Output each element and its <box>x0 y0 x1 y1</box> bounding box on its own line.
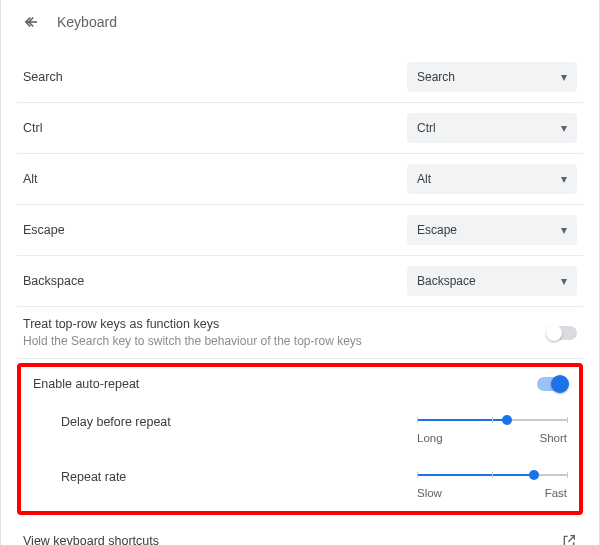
keymap-label: Alt <box>23 172 38 186</box>
slider-left-label: Long <box>417 432 443 444</box>
keymap-label: Escape <box>23 223 65 237</box>
link-label: View keyboard shortcuts <box>23 534 159 545</box>
slider-rail-active <box>417 474 534 476</box>
keymap-select-search[interactable]: Search ▾ <box>407 62 577 92</box>
delay-label: Delay before repeat <box>61 413 171 429</box>
toggle-thumb <box>546 325 562 341</box>
slider-right-label: Short <box>540 432 568 444</box>
slider-tick <box>567 417 568 423</box>
top-row-keys-row: Treat top-row keys as function keys Hold… <box>17 307 583 359</box>
slider-tick <box>567 472 568 478</box>
select-value: Search <box>417 70 455 84</box>
top-row-label: Treat top-row keys as function keys <box>23 317 362 331</box>
caret-down-icon: ▾ <box>561 274 567 288</box>
keymap-row-backspace: Backspace Backspace ▾ <box>17 256 583 307</box>
slider-tick <box>417 417 418 423</box>
rate-slider-labels: Slow Fast <box>417 487 567 499</box>
keymap-select-ctrl[interactable]: Ctrl ▾ <box>407 113 577 143</box>
keymap-row-ctrl: Ctrl Ctrl ▾ <box>17 103 583 154</box>
keymap-row-escape: Escape Escape ▾ <box>17 205 583 256</box>
back-button[interactable] <box>21 12 41 32</box>
auto-repeat-label: Enable auto-repeat <box>33 377 139 391</box>
keymap-select-escape[interactable]: Escape ▾ <box>407 215 577 245</box>
select-value: Alt <box>417 172 431 186</box>
slider-tick <box>492 472 493 478</box>
select-value: Ctrl <box>417 121 436 135</box>
caret-down-icon: ▾ <box>561 121 567 135</box>
keyboard-settings-panel: Keyboard Search Search ▾ Ctrl Ctrl ▾ Alt… <box>0 0 600 545</box>
slider-tick <box>492 417 493 423</box>
keymap-row-alt: Alt Alt ▾ <box>17 154 583 205</box>
top-row-keys-text: Treat top-row keys as function keys Hold… <box>23 317 362 348</box>
page-header: Keyboard <box>17 0 583 52</box>
slider-rail-active <box>417 419 507 421</box>
auto-repeat-row: Enable auto-repeat <box>27 371 573 401</box>
keymap-label: Backspace <box>23 274 84 288</box>
keymap-label: Ctrl <box>23 121 42 135</box>
delay-slider-labels: Long Short <box>417 432 567 444</box>
caret-down-icon: ▾ <box>561 172 567 186</box>
repeat-rate-row: Repeat rate Slow Fast <box>27 456 573 509</box>
keymap-select-backspace[interactable]: Backspace ▾ <box>407 266 577 296</box>
auto-repeat-highlight: Enable auto-repeat Delay before repeat L… <box>17 363 583 515</box>
keymap-select-alt[interactable]: Alt ▾ <box>407 164 577 194</box>
rate-label: Repeat rate <box>61 468 126 484</box>
rate-slider[interactable] <box>417 468 567 482</box>
delay-slider[interactable] <box>417 413 567 427</box>
toggle-thumb <box>551 375 569 393</box>
delay-slider-wrap: Long Short <box>417 413 567 444</box>
external-link-icon <box>561 533 577 545</box>
keymap-label: Search <box>23 70 63 84</box>
select-value: Escape <box>417 223 457 237</box>
keymap-row-search: Search Search ▾ <box>17 52 583 103</box>
select-value: Backspace <box>417 274 476 288</box>
slider-left-label: Slow <box>417 487 442 499</box>
top-row-sublabel: Hold the Search key to switch the behavi… <box>23 334 362 348</box>
top-row-toggle[interactable] <box>547 326 577 340</box>
slider-right-label: Fast <box>545 487 567 499</box>
rate-slider-wrap: Slow Fast <box>417 468 567 499</box>
page-title: Keyboard <box>57 14 117 30</box>
slider-tick <box>417 472 418 478</box>
delay-before-repeat-row: Delay before repeat Long Short <box>27 401 573 456</box>
caret-down-icon: ▾ <box>561 223 567 237</box>
arrow-left-icon <box>22 13 40 31</box>
slider-knob <box>502 415 512 425</box>
view-keyboard-shortcuts-link[interactable]: View keyboard shortcuts <box>17 519 583 545</box>
auto-repeat-toggle[interactable] <box>537 377 567 391</box>
caret-down-icon: ▾ <box>561 70 567 84</box>
slider-knob <box>529 470 539 480</box>
